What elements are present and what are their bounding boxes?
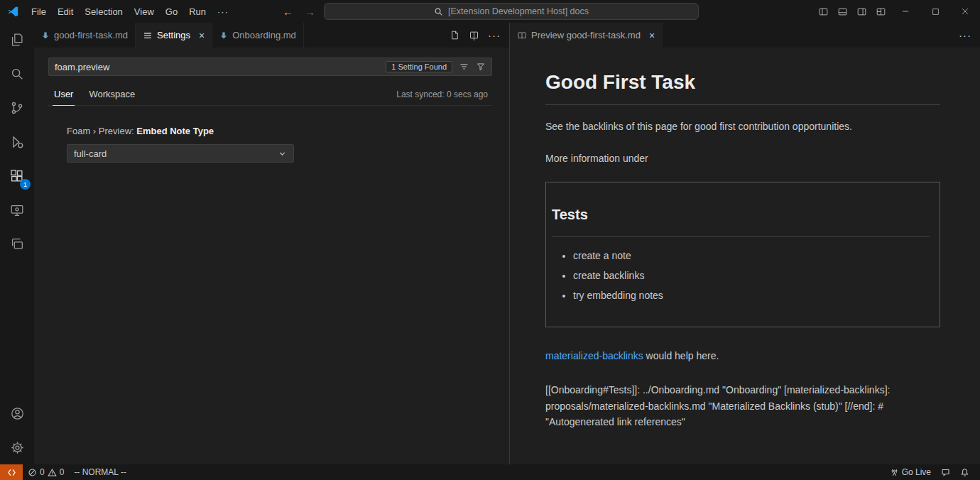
embed-list: create a note create backlinks try embed… (552, 249, 930, 303)
more-actions-icon[interactable]: ··· (959, 30, 971, 40)
setting-category: Foam › Preview: (67, 126, 136, 136)
explorer-icon[interactable] (0, 23, 34, 57)
markdown-icon (41, 31, 50, 40)
close-tab-icon[interactable]: × (199, 31, 205, 40)
go-live-item[interactable]: Go Live (885, 464, 936, 480)
menu-more[interactable]: ··· (212, 4, 234, 19)
back-icon[interactable]: ← (283, 6, 293, 18)
go-live-icon (890, 468, 899, 477)
status-bar-right: Go Live (885, 464, 980, 480)
errors-icon (28, 468, 37, 477)
menu-run[interactable]: Run (183, 4, 212, 19)
search-icon (434, 7, 443, 16)
warnings-icon (48, 468, 57, 477)
menu-view[interactable]: View (129, 4, 160, 19)
tab-preview-good-first-task[interactable]: Preview good-first-task.md × (510, 23, 663, 48)
preview-title: Good First Task (545, 67, 940, 105)
tab-label: Settings (157, 30, 190, 40)
last-synced-label: Last synced: 0 secs ago (396, 89, 488, 105)
toggle-secondary-sidebar-icon[interactable] (852, 0, 871, 23)
errors-count: 0 (40, 467, 45, 477)
source-control-icon[interactable] (0, 91, 34, 125)
problems-item[interactable]: 0 0 (23, 464, 69, 480)
tab-bar-left: good-first-task.md Settings × Onboarding… (34, 23, 509, 48)
toggle-primary-sidebar-icon[interactable] (814, 0, 833, 23)
remote-indicator-icon (7, 468, 16, 477)
menu-selection[interactable]: Selection (79, 4, 128, 19)
editor-groups: good-first-task.md Settings × Onboarding… (34, 23, 980, 464)
vim-mode-item[interactable]: -- NORMAL -- (69, 464, 131, 480)
menu-go[interactable]: Go (160, 4, 183, 19)
link-paragraph: materialized-backlinks would help here. (545, 349, 940, 364)
command-center-text: [Extension Development Host] docs (448, 6, 589, 16)
scope-tab-workspace[interactable]: Workspace (87, 89, 136, 105)
list-item: create backlinks (573, 268, 930, 283)
tab-label: good-first-task.md (54, 30, 128, 40)
more-actions-icon[interactable]: ··· (488, 30, 501, 40)
extensions-icon[interactable]: 1 (0, 159, 34, 193)
window-controls (814, 0, 980, 23)
editor-group-right: Preview good-first-task.md × ··· Good Fi… (509, 23, 980, 464)
close-tab-icon[interactable]: × (649, 31, 655, 40)
feedback-icon (941, 468, 950, 477)
forward-icon[interactable]: → (305, 6, 315, 18)
close-window-button[interactable] (950, 0, 980, 23)
vscode-logo (0, 6, 26, 18)
markdown-icon (219, 31, 228, 40)
settings-editor: foam.preview 1 Setting Found User Worksp… (34, 48, 509, 163)
title-bar: File Edit Selection View Go Run ··· ← → … (0, 0, 980, 23)
chevron-down-icon (278, 149, 287, 158)
tab-bar-right: Preview good-first-task.md × ··· (510, 23, 980, 48)
open-settings-json-icon[interactable] (450, 30, 460, 40)
notifications-item[interactable] (955, 464, 974, 480)
setting-title: Foam › Preview: Embed Note Type (67, 126, 492, 136)
activity-bar: 1 (0, 23, 34, 464)
settings-scope-tabs: User Workspace Last synced: 0 secs ago (48, 84, 492, 106)
tab-good-first-task[interactable]: good-first-task.md (34, 23, 136, 48)
feedback-item[interactable] (936, 464, 955, 480)
materialized-backlinks-link[interactable]: materialized-backlinks (545, 350, 643, 361)
settings-search-input[interactable]: foam.preview 1 Setting Found (48, 58, 492, 76)
menu-file[interactable]: File (26, 4, 52, 19)
menu-edit[interactable]: Edit (52, 4, 79, 19)
split-editor-icon[interactable] (469, 30, 479, 40)
tab-label: Onboarding.md (232, 30, 296, 40)
run-debug-icon[interactable] (0, 125, 34, 159)
markdown-preview-icon (517, 31, 527, 40)
tab-settings[interactable]: Settings × (136, 23, 212, 48)
go-live-label: Go Live (902, 467, 931, 477)
tab-label: Preview good-first-task.md (531, 30, 641, 40)
editor-actions-left: ··· (450, 23, 509, 48)
preview-paragraph: See the backlinks of this page for good … (545, 119, 940, 134)
windows-icon[interactable] (0, 227, 34, 261)
settings-gear-icon[interactable] (0, 430, 34, 464)
markdown-preview: Good First Task See the backlinks of thi… (510, 48, 980, 430)
tab-onboarding[interactable]: Onboarding.md (212, 23, 304, 48)
maximize-button[interactable] (920, 0, 950, 23)
search-icon[interactable] (0, 57, 34, 91)
menu-bar: File Edit Selection View Go Run ··· (26, 4, 234, 19)
history-nav: ← → (283, 0, 315, 23)
accounts-icon[interactable] (0, 396, 34, 430)
setting-item: Foam › Preview: Embed Note Type full-car… (67, 126, 492, 163)
command-center[interactable]: [Extension Development Host] docs (324, 3, 699, 20)
list-item: try embedding notes (573, 288, 930, 303)
status-bar: 0 0 -- NORMAL -- Go Live (0, 464, 980, 480)
remote-indicator[interactable] (0, 464, 23, 480)
customize-layout-icon[interactable] (871, 0, 891, 23)
embed-note-type-select[interactable]: full-card (67, 144, 294, 163)
filter-settings-icon[interactable] (476, 62, 486, 72)
embed-title: Tests (552, 204, 930, 237)
toggle-panel-icon[interactable] (833, 0, 852, 23)
extensions-badge: 1 (20, 179, 31, 190)
minimize-button[interactable] (891, 0, 920, 23)
clear-settings-search-icon[interactable] (459, 62, 469, 72)
warnings-count: 0 (60, 467, 65, 477)
remote-explorer-icon[interactable] (0, 193, 34, 227)
editor-group-left: good-first-task.md Settings × Onboarding… (34, 23, 509, 464)
editor-actions-right: ··· (959, 23, 980, 48)
preview-paragraph: More information under (545, 151, 940, 166)
scope-tab-user[interactable]: User (53, 89, 75, 106)
list-item: create a note (573, 249, 930, 263)
vim-mode-label: -- NORMAL -- (74, 467, 126, 477)
